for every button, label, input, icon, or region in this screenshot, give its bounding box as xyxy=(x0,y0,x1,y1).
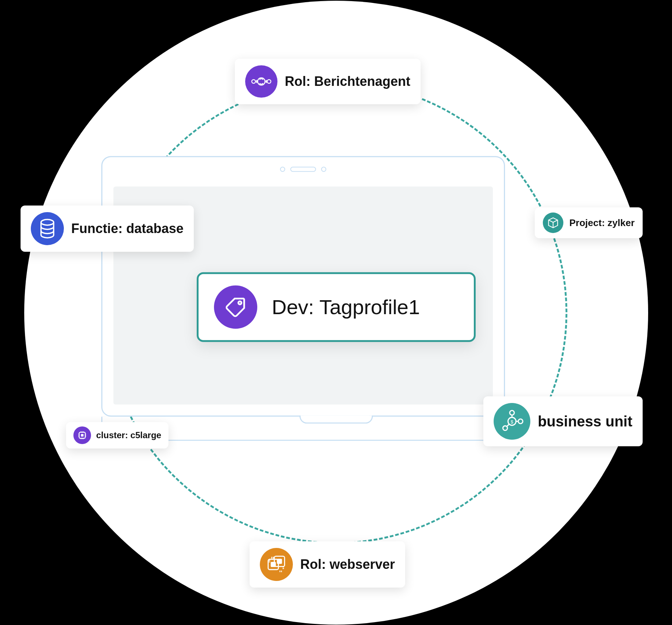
card-label: Rol: Berichtenagent xyxy=(285,74,410,89)
card-label: business unit xyxy=(538,413,632,430)
card-business-unit: $ business unit xyxy=(483,396,643,446)
card-label: cluster: c5large xyxy=(96,430,161,440)
database-icon xyxy=(31,212,64,245)
svg-point-2 xyxy=(267,80,271,83)
card-role-webserver: Rol: webserver xyxy=(250,541,405,588)
network-icon: $ xyxy=(494,403,530,440)
card-cluster-c5large: cluster: c5large xyxy=(66,422,168,448)
svg-rect-18 xyxy=(277,559,282,564)
svg-rect-17 xyxy=(271,562,276,567)
svg-point-0 xyxy=(238,301,241,304)
svg-line-12 xyxy=(507,424,509,426)
cube-icon xyxy=(543,212,563,233)
svg-point-8 xyxy=(518,419,523,424)
chip-icon xyxy=(73,426,91,444)
center-tag-label: Dev: Tagprofile1 xyxy=(272,295,420,319)
laptop-notch xyxy=(299,415,373,424)
diagram-stage: Dev: Tagprofile1 Rol: Berichtenagent xyxy=(0,0,672,625)
card-functie-database: Functie: database xyxy=(21,206,194,252)
card-role-berichtenagent: Rol: Berichtenagent xyxy=(235,59,421,104)
center-tag-card: Dev: Tagprofile1 xyxy=(197,272,476,342)
camera-dot-icon xyxy=(321,167,326,172)
tag-icon xyxy=(214,285,257,328)
svg-text:$: $ xyxy=(511,419,513,425)
svg-point-9 xyxy=(503,426,507,430)
servers-icon xyxy=(260,548,293,581)
laptop-camera-bar xyxy=(280,167,326,172)
camera-dot-icon xyxy=(280,167,285,172)
svg-point-1 xyxy=(252,80,255,83)
svg-point-7 xyxy=(510,411,514,415)
svg-point-4 xyxy=(41,219,54,225)
camera-slot-icon xyxy=(290,167,316,172)
card-label: Rol: webserver xyxy=(300,557,395,572)
svg-rect-14 xyxy=(81,434,84,437)
card-label: Functie: database xyxy=(71,221,184,236)
flow-icon xyxy=(245,65,277,98)
card-project-zylker: Project: zylker xyxy=(535,207,643,238)
card-label: Project: zylker xyxy=(569,217,635,229)
